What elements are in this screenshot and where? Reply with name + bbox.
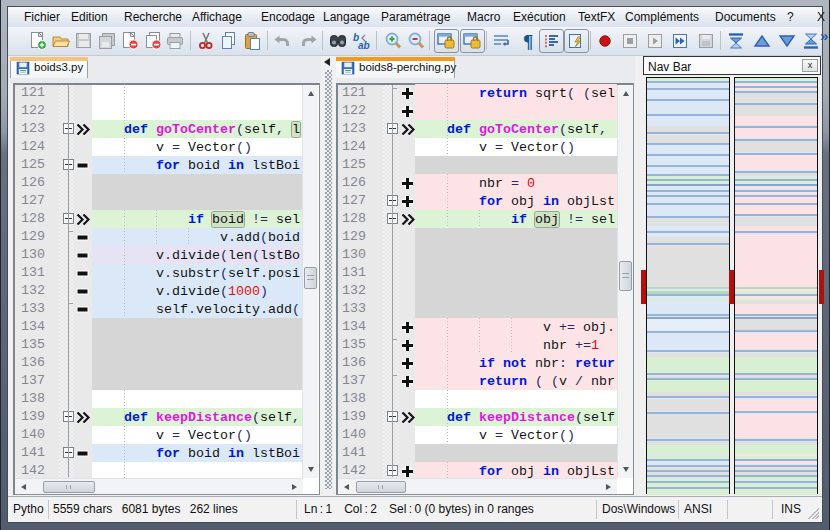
svg-text:¶: ¶ (523, 32, 533, 50)
svg-text:ab: ab (358, 40, 370, 50)
